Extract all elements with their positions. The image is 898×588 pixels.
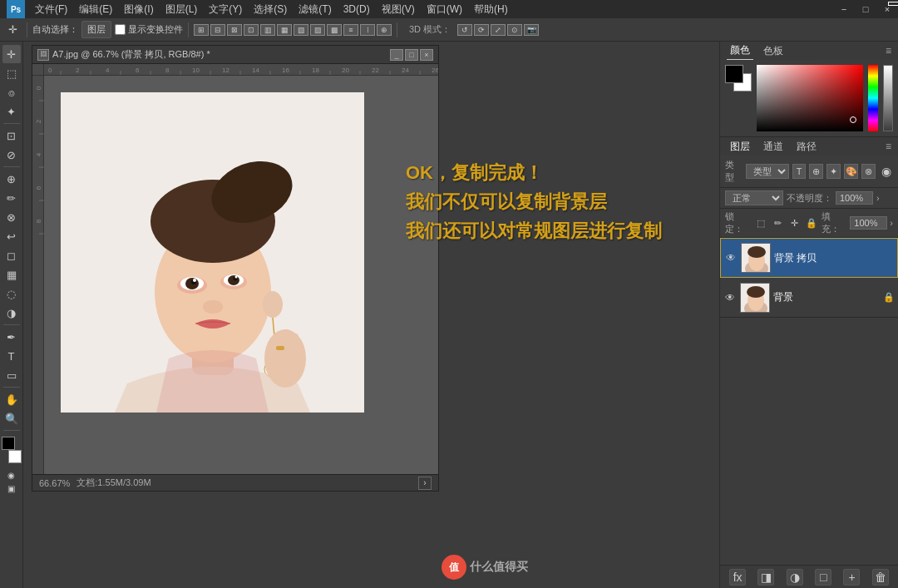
channels-tab[interactable]: 通道 bbox=[760, 138, 787, 156]
lock-paint-btn[interactable]: ✏ bbox=[771, 215, 785, 230]
hand-tool[interactable]: ✋ bbox=[2, 390, 21, 408]
path-tool[interactable]: ✒ bbox=[2, 328, 21, 346]
layer-filter-icon4[interactable]: 🎨 bbox=[844, 164, 858, 179]
menu-help[interactable]: 帮助(H) bbox=[469, 1, 513, 18]
layer-type-select[interactable]: 类型 bbox=[746, 164, 789, 179]
stamp-tool[interactable]: ⊗ bbox=[2, 208, 21, 226]
fg-bg-colors[interactable] bbox=[725, 65, 752, 91]
hue-strip[interactable] bbox=[868, 65, 878, 131]
transform-checkbox-input[interactable] bbox=[115, 24, 126, 35]
fill-input[interactable] bbox=[850, 216, 887, 230]
eraser-tool[interactable]: ◻ bbox=[2, 246, 21, 264]
menu-image[interactable]: 图像(I) bbox=[119, 1, 158, 18]
color-tab[interactable]: 颜色 bbox=[727, 42, 753, 60]
swatch-tab[interactable]: 色板 bbox=[760, 42, 787, 60]
doc-minimize[interactable]: _ bbox=[390, 49, 403, 61]
color-panel-menu[interactable]: ≡ bbox=[886, 45, 891, 57]
alpha-strip[interactable] bbox=[883, 65, 893, 131]
layer-filter-icon1[interactable]: T bbox=[792, 164, 807, 179]
align-btn7[interactable]: ▧ bbox=[294, 24, 308, 36]
menu-layer[interactable]: 图层(L) bbox=[160, 1, 203, 18]
filter-toggle[interactable]: ◉ bbox=[879, 164, 893, 179]
group-button[interactable]: □ bbox=[815, 569, 831, 586]
lock-transparent-btn[interactable]: ⬚ bbox=[754, 215, 768, 230]
magic-wand-tool[interactable]: ✦ bbox=[2, 102, 21, 121]
lock-all-btn[interactable]: 🔒 bbox=[804, 215, 818, 230]
add-mask-button[interactable]: ◨ bbox=[757, 569, 774, 586]
brush-tool[interactable]: ✏ bbox=[2, 189, 21, 207]
menu-view[interactable]: 视图(V) bbox=[377, 1, 420, 18]
gradient-tool[interactable]: ▦ bbox=[2, 265, 21, 284]
layer-filter-icon3[interactable]: ✦ bbox=[826, 164, 841, 179]
eyedropper-tool[interactable]: ⊘ bbox=[2, 146, 21, 164]
fg-bg-color-selector[interactable] bbox=[0, 437, 23, 463]
3d-btn1[interactable]: ↺ bbox=[457, 24, 472, 36]
3d-btn2[interactable]: ⟳ bbox=[474, 24, 489, 36]
foreground-color-swatch[interactable] bbox=[2, 437, 15, 450]
menu-edit[interactable]: 编辑(E) bbox=[74, 1, 117, 18]
menu-filter[interactable]: 滤镜(T) bbox=[294, 1, 336, 18]
align-btn11[interactable]: ⁞ bbox=[360, 24, 375, 36]
align-btn4[interactable]: ⊡ bbox=[244, 24, 259, 36]
maximize-button[interactable]: □ bbox=[855, 0, 876, 18]
blur-tool[interactable]: ◌ bbox=[2, 284, 21, 303]
layer-dropdown[interactable]: 图层 bbox=[81, 21, 111, 38]
background-color-swatch[interactable] bbox=[8, 450, 22, 463]
layer-visibility-bg-copy[interactable]: 👁 bbox=[724, 251, 738, 264]
layer-fx-button[interactable]: fx bbox=[729, 569, 746, 586]
foreground-color[interactable] bbox=[725, 65, 743, 83]
dodge-tool[interactable]: ◑ bbox=[2, 304, 21, 322]
align-btn10[interactable]: ≡ bbox=[343, 24, 358, 36]
screen-mode-btn[interactable]: ▣ bbox=[7, 484, 15, 493]
align-btn9[interactable]: ▩ bbox=[327, 24, 342, 36]
opacity-input[interactable] bbox=[836, 191, 873, 205]
camera-btn[interactable]: 📷 bbox=[524, 24, 539, 36]
history-brush[interactable]: ↩ bbox=[2, 227, 21, 245]
menu-text[interactable]: 文字(Y) bbox=[204, 1, 247, 18]
align-btn1[interactable]: ⊞ bbox=[194, 24, 209, 36]
opacity-arrow[interactable]: › bbox=[876, 193, 880, 203]
selection-tool[interactable]: ⬚ bbox=[2, 64, 21, 82]
layer-visibility-bg[interactable]: 👁 bbox=[723, 291, 737, 304]
status-arrow[interactable]: › bbox=[418, 477, 432, 490]
align-btn12[interactable]: ⊕ bbox=[377, 24, 392, 36]
shape-tool[interactable]: ▭ bbox=[2, 366, 21, 384]
align-btn8[interactable]: ▨ bbox=[310, 24, 325, 36]
menu-file[interactable]: 文件(F) bbox=[30, 1, 72, 18]
layer-filter-icon5[interactable]: ⊗ bbox=[861, 164, 876, 179]
align-btn3[interactable]: ⊠ bbox=[227, 24, 242, 36]
lasso-tool[interactable]: ⌾ bbox=[2, 83, 21, 101]
healing-tool[interactable]: ⊕ bbox=[2, 170, 21, 188]
move-tool[interactable]: ✛ bbox=[2, 45, 21, 63]
delete-layer-button[interactable]: 🗑 bbox=[872, 569, 889, 586]
align-btn5[interactable]: ▥ bbox=[260, 24, 275, 36]
3d-btn3[interactable]: ⤢ bbox=[491, 24, 506, 36]
menu-select[interactable]: 选择(S) bbox=[249, 1, 292, 18]
layers-panel-menu[interactable]: ≡ bbox=[886, 141, 891, 152]
photo-workspace bbox=[44, 76, 438, 474]
fill-arrow[interactable]: › bbox=[890, 218, 893, 228]
quick-mask-btn[interactable]: ◉ bbox=[7, 471, 15, 480]
layer-filter-icon2[interactable]: ⊕ bbox=[809, 164, 823, 179]
minimize-button[interactable]: − bbox=[833, 0, 855, 18]
zoom-tool[interactable]: 🔍 bbox=[2, 409, 21, 427]
show-transform-checkbox[interactable]: 显示变换控件 bbox=[115, 23, 183, 36]
doc-maximize[interactable]: □ bbox=[405, 49, 418, 61]
doc-close[interactable]: × bbox=[420, 49, 433, 61]
paths-tab[interactable]: 路径 bbox=[793, 138, 820, 156]
3d-btn4[interactable]: ⊙ bbox=[507, 24, 522, 36]
crop-tool[interactable]: ⊡ bbox=[2, 126, 21, 145]
adjustment-button[interactable]: ◑ bbox=[787, 569, 803, 586]
menu-window[interactable]: 窗口(W) bbox=[422, 1, 467, 18]
align-btn2[interactable]: ⊟ bbox=[210, 24, 225, 36]
layers-tab[interactable]: 图层 bbox=[727, 138, 753, 156]
lock-position-btn[interactable]: ✛ bbox=[787, 215, 802, 230]
color-gradient[interactable] bbox=[757, 65, 863, 131]
layer-item-bg[interactable]: 👁 背景 🔒 bbox=[720, 278, 898, 318]
new-layer-button[interactable]: + bbox=[843, 569, 860, 586]
align-btn6[interactable]: ▦ bbox=[277, 24, 292, 36]
blend-mode-select[interactable]: 正常 bbox=[725, 190, 783, 205]
layer-item-bg-copy[interactable]: 👁 背景 拷贝 bbox=[720, 238, 898, 278]
menu-3d[interactable]: 3D(D) bbox=[338, 2, 375, 17]
text-tool[interactable]: T bbox=[2, 347, 21, 365]
